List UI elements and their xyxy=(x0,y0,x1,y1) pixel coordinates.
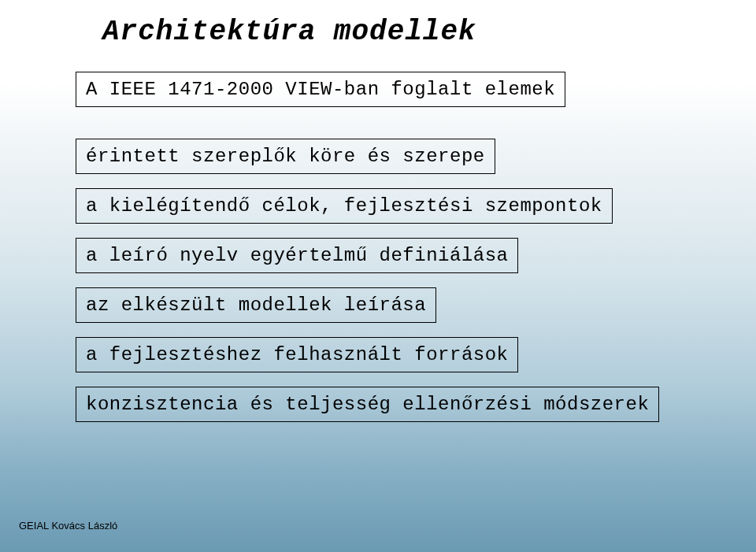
footer-author: GEIAL Kovács László xyxy=(19,520,117,532)
item-box-2: a kielégítendő célok, fejlesztési szempo… xyxy=(76,188,613,224)
item-box-4: az elkészült modellek leírása xyxy=(76,287,436,323)
item-box-3: a leíró nyelv egyértelmű definiálása xyxy=(76,238,518,273)
slide: Architektúra modellek A IEEE 1471-2000 V… xyxy=(0,0,756,552)
item-box-5: a fejlesztéshez felhasznált források xyxy=(76,337,518,372)
item-box-1: érintett szereplők köre és szerepe xyxy=(76,139,495,174)
item-box-6: konzisztencia és teljesség ellenőrzési m… xyxy=(76,387,659,422)
subtitle-box: A IEEE 1471-2000 VIEW-ban foglalt elemek xyxy=(76,72,565,107)
slide-title: Architektúra modellek xyxy=(102,16,685,48)
